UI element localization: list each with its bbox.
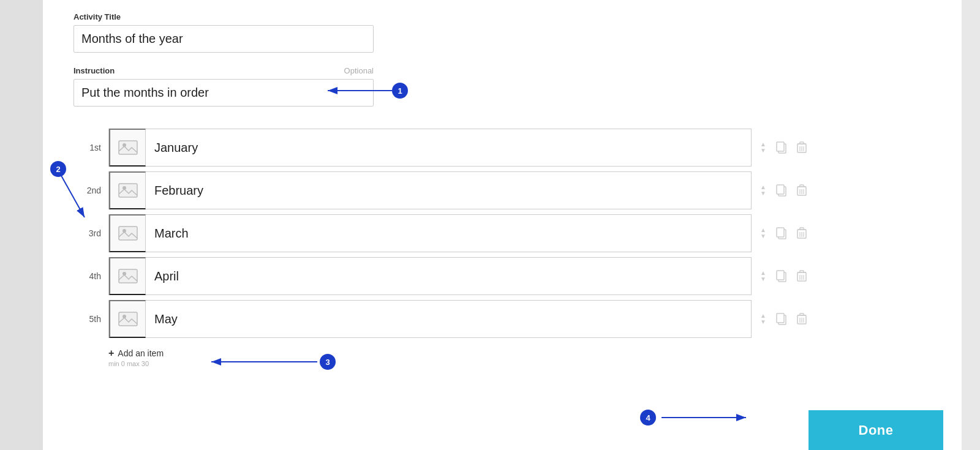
instruction-header-row: Instruction Optional — [74, 66, 374, 75]
item-copy-btn-5[interactable] — [774, 310, 790, 328]
items-section: 1st ▲ ▼ — [74, 129, 937, 338]
item-copy-btn-1[interactable] — [774, 139, 790, 156]
plus-icon: + — [108, 348, 114, 359]
item-row-2: 2nd ▲▼ — [74, 171, 937, 209]
copy-icon-5 — [776, 313, 787, 325]
item-delete-btn-4[interactable] — [794, 268, 809, 285]
item-number-2: 2nd — [74, 186, 101, 195]
trash-icon-5 — [797, 313, 807, 325]
copy-icon-2 — [776, 184, 787, 197]
svg-rect-29 — [119, 227, 137, 240]
updown-icon-4: ▲▼ — [760, 270, 766, 282]
optional-label: Optional — [344, 66, 374, 75]
image-icon-1 — [118, 140, 138, 155]
item-row-4: 4th ▲▼ — [74, 257, 937, 295]
item-row-3: 3rd ▲▼ — [74, 214, 937, 252]
add-item-row: + Add an item — [108, 348, 937, 359]
image-icon-3 — [118, 226, 138, 241]
activity-title-input[interactable] — [74, 25, 374, 53]
updown-icon-3: ▲▼ — [760, 227, 766, 239]
item-delete-btn-5[interactable] — [794, 310, 809, 328]
item-image-btn-3[interactable] — [109, 214, 146, 252]
copy-icon-4 — [776, 270, 787, 282]
item-text-input-3[interactable] — [146, 227, 751, 241]
item-actions-5: ▲▼ — [758, 310, 809, 328]
item-number-4: 4th — [74, 271, 101, 281]
right-sidebar — [962, 0, 980, 450]
item-number-1: 1st — [74, 143, 101, 152]
svg-rect-56 — [777, 313, 784, 323]
item-row-5: 5th ▲▼ — [74, 300, 937, 338]
item-image-btn-4[interactable] — [109, 257, 146, 295]
item-actions-3: ▲▼ — [758, 225, 809, 242]
svg-rect-41 — [119, 269, 137, 283]
annotation-2: 2 — [50, 161, 66, 177]
item-image-btn-1[interactable] — [109, 129, 146, 167]
min-max-label: min 0 max 30 — [108, 360, 937, 367]
activity-title-label: Activity Title — [74, 12, 937, 21]
svg-rect-5 — [119, 141, 137, 154]
instruction-label: Instruction — [74, 66, 115, 75]
done-button[interactable]: Done — [809, 410, 943, 450]
svg-rect-53 — [119, 312, 137, 326]
left-sidebar — [0, 0, 43, 450]
annotation-3: 3 — [320, 354, 336, 370]
item-box-1 — [108, 129, 752, 167]
item-number-5: 5th — [74, 314, 101, 324]
updown-icon-2: ▲▼ — [760, 184, 766, 197]
item-number-3: 3rd — [74, 228, 101, 238]
trash-icon-3 — [797, 227, 807, 239]
item-box-5 — [108, 300, 752, 338]
item-reorder-btn-3[interactable]: ▲▼ — [758, 225, 769, 242]
item-reorder-btn-2[interactable]: ▲▼ — [758, 182, 769, 199]
item-box-3 — [108, 214, 752, 252]
annotation-1: 1 — [392, 83, 408, 99]
item-delete-btn-2[interactable] — [794, 182, 809, 199]
trash-icon-1 — [797, 141, 807, 154]
svg-rect-20 — [777, 185, 784, 194]
instruction-field: Instruction Optional — [74, 66, 937, 107]
item-copy-btn-2[interactable] — [774, 182, 790, 199]
svg-rect-44 — [777, 271, 784, 280]
trash-icon-2 — [797, 184, 807, 197]
add-item-label: Add an item — [118, 348, 164, 358]
add-item-section: + Add an item min 0 max 30 — [74, 348, 937, 367]
svg-rect-8 — [777, 142, 784, 151]
item-copy-btn-3[interactable] — [774, 225, 790, 242]
item-text-input-1[interactable] — [146, 141, 751, 155]
svg-rect-32 — [777, 228, 784, 237]
updown-icon-1: ▲ ▼ — [760, 141, 766, 154]
add-item-button[interactable]: + Add an item — [108, 348, 164, 359]
activity-title-field: Activity Title — [74, 12, 937, 53]
instruction-input[interactable] — [74, 79, 374, 107]
item-text-input-5[interactable] — [146, 312, 751, 326]
item-delete-btn-3[interactable] — [794, 225, 809, 242]
item-copy-btn-4[interactable] — [774, 268, 790, 285]
item-actions-1: ▲ ▼ — [758, 139, 809, 156]
copy-icon-3 — [776, 227, 787, 239]
annotation-4: 4 — [640, 410, 656, 426]
trash-icon-4 — [797, 270, 807, 282]
image-icon-5 — [118, 312, 138, 326]
page-wrapper: 1 2 3 4 Activity Title Instruction Optio… — [0, 0, 980, 450]
item-image-btn-2[interactable] — [109, 171, 146, 209]
copy-icon-1 — [776, 141, 787, 154]
item-delete-btn-1[interactable] — [794, 139, 809, 156]
updown-icon-5: ▲▼ — [760, 313, 766, 325]
item-reorder-btn-1[interactable]: ▲ ▼ — [758, 139, 769, 156]
item-box-4 — [108, 257, 752, 295]
image-icon-4 — [118, 269, 138, 283]
image-icon-2 — [118, 183, 138, 198]
svg-rect-17 — [119, 184, 137, 197]
item-image-btn-5[interactable] — [109, 300, 146, 338]
item-actions-4: ▲▼ — [758, 268, 809, 285]
main-content: 1 2 3 4 Activity Title Instruction Optio… — [43, 0, 962, 450]
item-text-input-4[interactable] — [146, 269, 751, 283]
item-actions-2: ▲▼ — [758, 182, 809, 199]
item-reorder-btn-5[interactable]: ▲▼ — [758, 310, 769, 328]
item-row-1: 1st ▲ ▼ — [74, 129, 937, 167]
item-reorder-btn-4[interactable]: ▲▼ — [758, 268, 769, 285]
item-text-input-2[interactable] — [146, 184, 751, 198]
item-box-2 — [108, 171, 752, 209]
